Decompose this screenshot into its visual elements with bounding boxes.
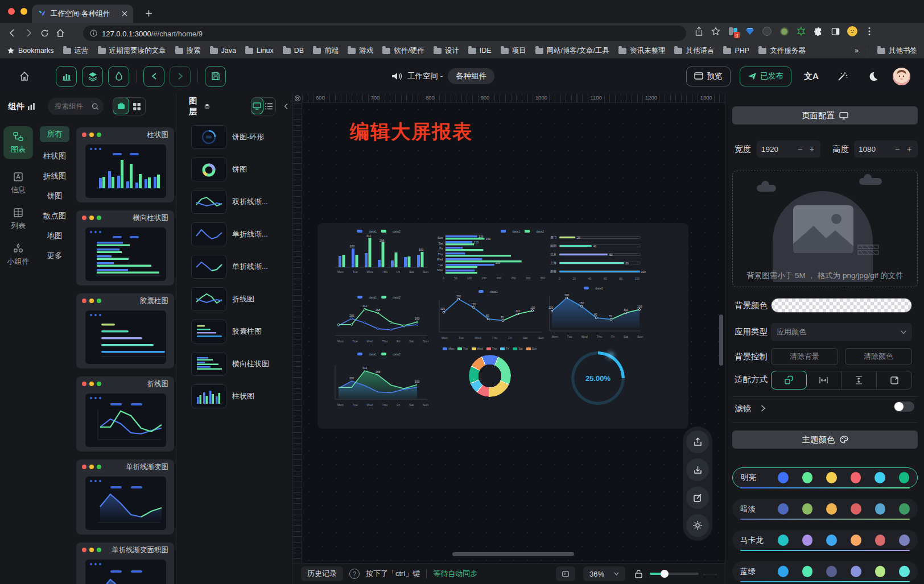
nav-item-widgets[interactable]: 小组件 bbox=[3, 238, 33, 271]
undo-button[interactable] bbox=[143, 66, 164, 87]
capsule-chart[interactable]: 厦门20 南阳40 北京60 上海80 新疆100 020406080100 bbox=[545, 233, 641, 280]
details-panel-toggle[interactable] bbox=[108, 66, 129, 87]
theme-row-bright[interactable]: 明亮 bbox=[732, 467, 918, 488]
collapse-panel-icon[interactable] bbox=[284, 102, 288, 110]
bookmark-star-icon[interactable] bbox=[710, 26, 721, 37]
component-card-gradient-line[interactable]: 单折线渐变图 bbox=[76, 459, 174, 535]
charts-panel-toggle[interactable] bbox=[56, 66, 77, 87]
save-button[interactable] bbox=[205, 66, 226, 87]
other-bookmarks[interactable]: 其他书签 bbox=[877, 46, 917, 56]
layer-thumb-view-toggle[interactable] bbox=[251, 97, 263, 114]
bookmark-folder[interactable]: PHP bbox=[723, 47, 749, 55]
chevron-right-icon[interactable] bbox=[761, 405, 766, 412]
nav-item-charts[interactable]: 图表 bbox=[3, 126, 33, 159]
height-minus-icon[interactable]: − bbox=[893, 144, 901, 154]
category-scatter[interactable]: 散点图 bbox=[39, 211, 71, 221]
component-card-hbar[interactable]: 横向柱状图 bbox=[76, 210, 174, 285]
dual-line-chart[interactable]: data1data2 312 268 200 160 MonTueWedThuF… bbox=[327, 295, 431, 343]
theme-color-header[interactable]: 主题颜色 bbox=[732, 430, 918, 449]
bar-chart[interactable]: data1data2 312 268 200 160 MonTueWedThuF… bbox=[327, 229, 431, 274]
lock-icon[interactable] bbox=[634, 569, 643, 579]
category-line[interactable]: 折线图 bbox=[39, 171, 71, 181]
category-pie[interactable]: 饼图 bbox=[39, 191, 71, 201]
width-minus-icon[interactable]: − bbox=[796, 144, 804, 154]
dark-mode-moon-icon[interactable] bbox=[862, 65, 884, 87]
layer-item[interactable]: 折线图 bbox=[191, 287, 254, 311]
extension-gem-icon[interactable] bbox=[744, 26, 756, 37]
history-panel-icon[interactable] bbox=[556, 566, 575, 581]
width-value[interactable]: 1920 bbox=[761, 145, 792, 154]
bookmark-folder[interactable]: 近期需要读的文章 bbox=[98, 46, 166, 56]
component-card-capsule[interactable]: 胶囊柱图 bbox=[76, 293, 174, 368]
forward-icon[interactable] bbox=[20, 25, 36, 41]
layer-list-view-toggle[interactable] bbox=[263, 98, 275, 115]
search-icon[interactable] bbox=[92, 103, 99, 110]
zoom-slider-knob[interactable] bbox=[661, 570, 669, 578]
layer-item[interactable]: 双折线渐... bbox=[191, 190, 268, 214]
bookmark-folder[interactable]: 运营 bbox=[63, 46, 89, 56]
layer-item[interactable]: 横向柱状图 bbox=[191, 352, 269, 376]
magic-wand-icon[interactable] bbox=[831, 65, 853, 87]
fit-width-icon[interactable] bbox=[806, 371, 842, 389]
height-stepper[interactable]: 1080 − + bbox=[854, 140, 918, 158]
gradient-line-chart[interactable]: data1 120 200 150 80 70 110 130 MonTueWe… bbox=[430, 289, 546, 339]
nav-item-info[interactable]: 信息 bbox=[3, 167, 33, 200]
theme-row-bluegreen[interactable]: 蓝绿 bbox=[732, 561, 918, 582]
layer-item[interactable]: 胶囊柱图 bbox=[191, 320, 262, 343]
dashboard-preview[interactable]: data1data2 312 268 200 160 MonTueWedThuF… bbox=[317, 223, 688, 429]
bookmark-folder[interactable]: 网站/博客/文章/工具 bbox=[535, 46, 609, 56]
bookmark-folder[interactable]: 搜索 bbox=[175, 46, 201, 56]
nav-item-list[interactable]: 列表 bbox=[3, 202, 33, 235]
horizontal-bar-chart[interactable]: data1data2 SunSatFriThuWedTueMon 130 160… bbox=[437, 229, 546, 280]
layers-panel-toggle[interactable] bbox=[82, 66, 103, 87]
category-more[interactable]: 更多 bbox=[39, 251, 71, 261]
background-upload-area[interactable]: 背景图需小于 5M ， 格式为 png/jpg/gif 的文件 bbox=[732, 171, 918, 287]
clear-color-button[interactable]: 清除颜色 bbox=[845, 348, 912, 365]
bg-color-swatch[interactable] bbox=[771, 298, 912, 313]
height-value[interactable]: 1080 bbox=[859, 145, 889, 154]
bookmarks-root[interactable]: Bookmarks bbox=[7, 47, 54, 55]
bookmark-folder[interactable]: 文件服务器 bbox=[758, 46, 806, 56]
settings-gear-icon[interactable] bbox=[686, 514, 709, 537]
tab-close-icon[interactable] bbox=[122, 11, 127, 16]
macos-close-button[interactable] bbox=[8, 8, 15, 15]
screen-title-text[interactable]: 编辑大屏报表 bbox=[350, 119, 473, 145]
bookmark-folder[interactable]: 前端 bbox=[313, 46, 339, 56]
help-icon[interactable]: ? bbox=[349, 569, 360, 579]
bookmark-folder[interactable]: Linux bbox=[245, 47, 274, 55]
fit-stretch-icon[interactable] bbox=[877, 371, 911, 389]
bookmark-folder[interactable]: DB bbox=[283, 47, 304, 55]
bookmark-folder[interactable]: IDE bbox=[468, 47, 492, 55]
bookmark-folder[interactable]: 设计 bbox=[434, 46, 459, 56]
home-icon[interactable] bbox=[52, 25, 68, 41]
extension-green-icon[interactable] bbox=[778, 26, 790, 37]
layer-item[interactable]: 饼图 bbox=[191, 158, 247, 181]
category-map[interactable]: 地图 bbox=[39, 231, 71, 241]
layer-item[interactable]: 单折线渐... bbox=[191, 255, 268, 279]
dual-area-chart[interactable]: data1data2 312 268 200 160 MonTueWedThuF… bbox=[327, 351, 431, 407]
bookmark-folder[interactable]: Java bbox=[210, 47, 236, 55]
layer-item[interactable]: 单折线渐... bbox=[191, 222, 268, 246]
canvas-horizontal-scrollbar[interactable] bbox=[452, 552, 574, 556]
component-card-line[interactable]: 折线图 bbox=[76, 376, 174, 452]
bookmark-folder[interactable]: 项目 bbox=[501, 46, 526, 56]
extension-gauth-icon[interactable]: g bbox=[727, 26, 739, 37]
grid-view-toggle[interactable] bbox=[129, 98, 145, 115]
app-type-select[interactable]: 应用颜色 bbox=[771, 323, 912, 341]
bookmark-folder[interactable]: 游戏 bbox=[348, 46, 373, 56]
url-bar[interactable]: 127.0.0.1:3000/#/chart/home/9 bbox=[83, 26, 686, 41]
browser-tab[interactable]: 工作空间-各种组件 bbox=[32, 5, 133, 23]
ring-pie-chart[interactable]: Mon Tue Wed Thu Fri Sat Sun bbox=[438, 347, 542, 397]
page-config-header[interactable]: 页面配置 bbox=[732, 106, 918, 125]
canvas-vertical-scrollbar[interactable] bbox=[719, 314, 723, 366]
component-card-gradient-area[interactable]: 单折线渐变面积图 bbox=[76, 542, 174, 584]
site-info-icon[interactable] bbox=[90, 30, 97, 37]
clear-background-button[interactable]: 清除背景 bbox=[771, 348, 838, 365]
menu-dots-icon[interactable] bbox=[864, 26, 875, 37]
extension-star-icon[interactable] bbox=[795, 26, 807, 37]
workspace-name-badge[interactable]: 各种组件 bbox=[448, 68, 494, 84]
redo-button[interactable] bbox=[170, 66, 191, 87]
bookmarks-overflow-icon[interactable]: » bbox=[855, 47, 859, 55]
bookmark-folder[interactable]: 软件/硬件 bbox=[382, 46, 424, 56]
user-avatar[interactable] bbox=[893, 68, 910, 85]
